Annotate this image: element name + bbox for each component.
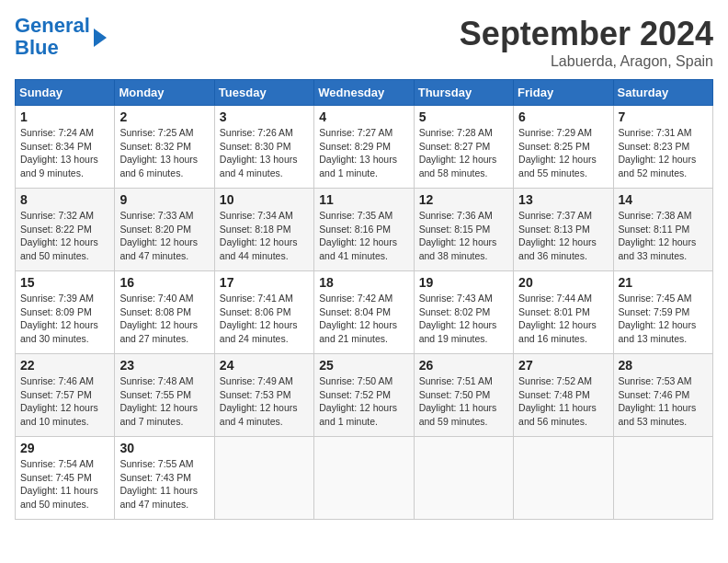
day-number: 21 — [619, 275, 708, 290]
calendar-cell: 7Sunrise: 7:31 AM Sunset: 8:23 PM Daylig… — [613, 106, 712, 189]
day-info: Sunrise: 7:54 AM Sunset: 7:45 PM Dayligh… — [20, 457, 109, 511]
month-title: September 2024 — [460, 15, 713, 53]
day-number: 9 — [119, 192, 209, 207]
day-info: Sunrise: 7:52 AM Sunset: 7:48 PM Dayligh… — [518, 374, 608, 429]
calendar-cell: 21Sunrise: 7:45 AM Sunset: 7:59 PM Dayli… — [613, 271, 712, 354]
calendar-cell: 26Sunrise: 7:51 AM Sunset: 7:50 PM Dayli… — [414, 354, 513, 437]
day-number: 18 — [319, 275, 408, 290]
calendar-cell: 11Sunrise: 7:35 AM Sunset: 8:16 PM Dayli… — [314, 189, 414, 271]
day-info: Sunrise: 7:55 AM Sunset: 7:43 PM Dayligh… — [119, 457, 209, 511]
calendar-week-2: 8Sunrise: 7:32 AM Sunset: 8:22 PM Daylig… — [16, 189, 713, 271]
day-number: 7 — [619, 109, 708, 124]
day-number: 10 — [220, 192, 309, 207]
day-number: 19 — [419, 275, 508, 290]
day-number: 20 — [518, 275, 608, 290]
day-info: Sunrise: 7:33 AM Sunset: 8:20 PM Dayligh… — [119, 209, 209, 263]
day-info: Sunrise: 7:40 AM Sunset: 8:08 PM Dayligh… — [119, 292, 209, 346]
day-number: 22 — [20, 358, 109, 373]
weekday-header-saturday: Saturday — [613, 80, 712, 106]
calendar-cell — [314, 437, 414, 520]
day-number: 30 — [119, 441, 209, 455]
day-number: 27 — [518, 358, 608, 373]
day-info: Sunrise: 7:42 AM Sunset: 8:04 PM Dayligh… — [319, 292, 408, 346]
day-number: 3 — [220, 109, 309, 124]
calendar-cell — [214, 437, 313, 520]
logo-arrow-icon — [94, 29, 107, 47]
day-number: 12 — [419, 192, 508, 207]
day-info: Sunrise: 7:29 AM Sunset: 8:25 PM Dayligh… — [518, 126, 608, 180]
day-info: Sunrise: 7:26 AM Sunset: 8:30 PM Dayligh… — [220, 126, 309, 180]
calendar-cell: 12Sunrise: 7:36 AM Sunset: 8:15 PM Dayli… — [414, 189, 513, 271]
day-info: Sunrise: 7:25 AM Sunset: 8:32 PM Dayligh… — [119, 126, 209, 180]
calendar-cell: 2Sunrise: 7:25 AM Sunset: 8:32 PM Daylig… — [115, 106, 214, 189]
day-info: Sunrise: 7:32 AM Sunset: 8:22 PM Dayligh… — [20, 209, 109, 263]
weekday-header-tuesday: Tuesday — [214, 80, 313, 106]
logo-text: General Blue — [15, 15, 90, 59]
day-info: Sunrise: 7:36 AM Sunset: 8:15 PM Dayligh… — [419, 209, 508, 263]
calendar-cell: 17Sunrise: 7:41 AM Sunset: 8:06 PM Dayli… — [214, 271, 313, 354]
day-info: Sunrise: 7:51 AM Sunset: 7:50 PM Dayligh… — [419, 374, 508, 429]
calendar-cell: 14Sunrise: 7:38 AM Sunset: 8:11 PM Dayli… — [613, 189, 712, 271]
calendar-cell: 18Sunrise: 7:42 AM Sunset: 8:04 PM Dayli… — [314, 271, 414, 354]
day-info: Sunrise: 7:50 AM Sunset: 7:52 PM Dayligh… — [319, 374, 408, 429]
day-number: 8 — [20, 192, 109, 207]
day-number: 25 — [319, 358, 408, 373]
calendar-cell: 8Sunrise: 7:32 AM Sunset: 8:22 PM Daylig… — [16, 189, 115, 271]
calendar-cell: 16Sunrise: 7:40 AM Sunset: 8:08 PM Dayli… — [115, 271, 214, 354]
page-header: General Blue September 2024 Labuerda, Ar… — [15, 15, 713, 70]
day-number: 15 — [20, 275, 109, 290]
calendar-cell — [414, 437, 513, 520]
calendar-week-1: 1Sunrise: 7:24 AM Sunset: 8:34 PM Daylig… — [16, 106, 713, 189]
day-number: 28 — [619, 358, 708, 373]
day-number: 29 — [20, 441, 109, 455]
calendar-week-4: 22Sunrise: 7:46 AM Sunset: 7:57 PM Dayli… — [16, 354, 713, 437]
day-info: Sunrise: 7:41 AM Sunset: 8:06 PM Dayligh… — [220, 292, 309, 346]
day-info: Sunrise: 7:38 AM Sunset: 8:11 PM Dayligh… — [619, 209, 708, 263]
day-info: Sunrise: 7:31 AM Sunset: 8:23 PM Dayligh… — [619, 126, 708, 180]
logo-general: General — [15, 14, 90, 37]
calendar-cell: 24Sunrise: 7:49 AM Sunset: 7:53 PM Dayli… — [214, 354, 313, 437]
day-info: Sunrise: 7:28 AM Sunset: 8:27 PM Dayligh… — [419, 126, 508, 180]
day-info: Sunrise: 7:24 AM Sunset: 8:34 PM Dayligh… — [20, 126, 109, 180]
calendar-cell: 29Sunrise: 7:54 AM Sunset: 7:45 PM Dayli… — [16, 437, 115, 520]
logo: General Blue — [15, 15, 107, 59]
calendar-cell: 25Sunrise: 7:50 AM Sunset: 7:52 PM Dayli… — [314, 354, 414, 437]
calendar-cell: 4Sunrise: 7:27 AM Sunset: 8:29 PM Daylig… — [314, 106, 414, 189]
calendar-cell — [613, 437, 712, 520]
weekday-header-monday: Monday — [115, 80, 214, 106]
day-info: Sunrise: 7:44 AM Sunset: 8:01 PM Dayligh… — [518, 292, 608, 346]
calendar-cell: 9Sunrise: 7:33 AM Sunset: 8:20 PM Daylig… — [115, 189, 214, 271]
day-number: 4 — [319, 109, 408, 124]
calendar-cell: 22Sunrise: 7:46 AM Sunset: 7:57 PM Dayli… — [16, 354, 115, 437]
calendar-cell: 15Sunrise: 7:39 AM Sunset: 8:09 PM Dayli… — [16, 271, 115, 354]
calendar-cell: 23Sunrise: 7:48 AM Sunset: 7:55 PM Dayli… — [115, 354, 214, 437]
day-number: 11 — [319, 192, 408, 207]
day-number: 24 — [220, 358, 309, 373]
day-info: Sunrise: 7:49 AM Sunset: 7:53 PM Dayligh… — [220, 374, 309, 429]
day-info: Sunrise: 7:43 AM Sunset: 8:02 PM Dayligh… — [419, 292, 508, 346]
day-number: 14 — [619, 192, 708, 207]
day-info: Sunrise: 7:39 AM Sunset: 8:09 PM Dayligh… — [20, 292, 109, 346]
weekday-header-wednesday: Wednesday — [314, 80, 414, 106]
day-info: Sunrise: 7:53 AM Sunset: 7:46 PM Dayligh… — [619, 374, 708, 429]
day-number: 13 — [518, 192, 608, 207]
calendar-table: SundayMondayTuesdayWednesdayThursdayFrid… — [15, 79, 713, 520]
day-number: 5 — [419, 109, 508, 124]
day-info: Sunrise: 7:27 AM Sunset: 8:29 PM Dayligh… — [319, 126, 408, 180]
calendar-cell: 13Sunrise: 7:37 AM Sunset: 8:13 PM Dayli… — [514, 189, 613, 271]
title-area: September 2024 Labuerda, Aragon, Spain — [460, 15, 713, 70]
day-number: 6 — [518, 109, 608, 124]
day-info: Sunrise: 7:35 AM Sunset: 8:16 PM Dayligh… — [319, 209, 408, 263]
calendar-cell: 5Sunrise: 7:28 AM Sunset: 8:27 PM Daylig… — [414, 106, 513, 189]
day-number: 17 — [220, 275, 309, 290]
calendar-cell: 27Sunrise: 7:52 AM Sunset: 7:48 PM Dayli… — [514, 354, 613, 437]
weekday-header-sunday: Sunday — [16, 80, 115, 106]
calendar-cell: 3Sunrise: 7:26 AM Sunset: 8:30 PM Daylig… — [214, 106, 313, 189]
calendar-header-row: SundayMondayTuesdayWednesdayThursdayFrid… — [16, 80, 713, 106]
calendar-cell — [514, 437, 613, 520]
location-text: Labuerda, Aragon, Spain — [460, 53, 713, 70]
day-info: Sunrise: 7:37 AM Sunset: 8:13 PM Dayligh… — [518, 209, 608, 263]
day-number: 2 — [119, 109, 209, 124]
calendar-week-5: 29Sunrise: 7:54 AM Sunset: 7:45 PM Dayli… — [16, 437, 713, 520]
day-number: 23 — [119, 358, 209, 373]
